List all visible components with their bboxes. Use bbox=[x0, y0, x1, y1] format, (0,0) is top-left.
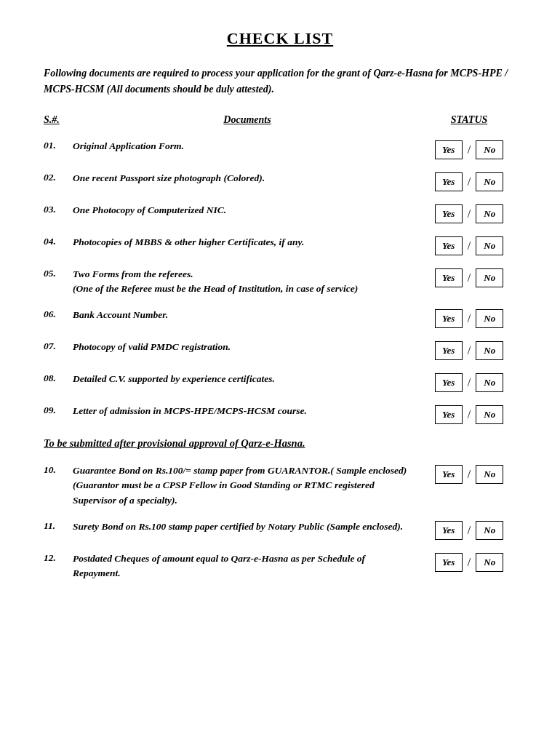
item-text: One recent Passport size photograph (Col… bbox=[73, 171, 422, 186]
checklist-item: 07. Photocopy of valid PMDC registration… bbox=[44, 340, 516, 360]
item-text: Original Application Form. bbox=[73, 139, 422, 154]
no-box[interactable]: No bbox=[476, 341, 503, 360]
item-number: 08. bbox=[44, 372, 73, 384]
checklist-item: 02. One recent Passport size photograph … bbox=[44, 171, 516, 191]
yes-box[interactable]: Yes bbox=[435, 172, 463, 191]
no-box[interactable]: No bbox=[476, 140, 503, 159]
item-text: Surety Bond on Rs.100 stamp paper certif… bbox=[73, 519, 422, 534]
intro-text: Following documents are required to proc… bbox=[44, 65, 516, 98]
yes-box[interactable]: Yes bbox=[435, 341, 463, 360]
item-status: Yes / No bbox=[422, 308, 516, 328]
col-doc-header: Documents bbox=[73, 114, 422, 126]
yes-box[interactable]: Yes bbox=[435, 405, 463, 424]
item-number: 04. bbox=[44, 235, 73, 247]
yes-box[interactable]: Yes bbox=[435, 553, 463, 572]
item-status: Yes / No bbox=[422, 235, 516, 255]
col-sno-header: S.#. bbox=[44, 114, 73, 126]
slash: / bbox=[465, 312, 473, 325]
item-text: Guarantee Bond on Rs.100/= stamp paper f… bbox=[73, 463, 422, 508]
yes-box[interactable]: Yes bbox=[435, 204, 463, 223]
item-status: Yes / No bbox=[422, 372, 516, 392]
item-text: Two Forms from the referees.(One of the … bbox=[73, 267, 422, 297]
yes-box[interactable]: Yes bbox=[435, 373, 463, 392]
slash: / bbox=[465, 175, 473, 188]
slash: / bbox=[465, 239, 473, 252]
item-status: Yes / No bbox=[422, 203, 516, 223]
checklist-item: 12. Postdated Cheques of amount equal to… bbox=[44, 551, 516, 581]
item-number: 07. bbox=[44, 340, 73, 352]
no-box[interactable]: No bbox=[476, 553, 503, 572]
checklist-item: 06. Bank Account Number. Yes / No bbox=[44, 308, 516, 328]
item-number: 09. bbox=[44, 404, 73, 416]
slash: / bbox=[465, 143, 473, 156]
item-status: Yes / No bbox=[422, 519, 516, 540]
item-text: One Photocopy of Computerized NIC. bbox=[73, 203, 422, 218]
slash: / bbox=[465, 271, 473, 284]
col-status-header: STATUS bbox=[422, 114, 516, 126]
yes-box[interactable]: Yes bbox=[435, 140, 463, 159]
item-status: Yes / No bbox=[422, 267, 516, 287]
slash: / bbox=[465, 468, 473, 481]
item-status: Yes / No bbox=[422, 340, 516, 360]
yes-box[interactable]: Yes bbox=[435, 465, 463, 484]
checklist-item: 09. Letter of admission in MCPS-HPE/MCPS… bbox=[44, 404, 516, 424]
item-status: Yes / No bbox=[422, 139, 516, 159]
no-box[interactable]: No bbox=[476, 268, 503, 287]
no-box[interactable]: No bbox=[476, 521, 503, 540]
no-box[interactable]: No bbox=[476, 405, 503, 424]
item-text: Postdated Cheques of amount equal to Qar… bbox=[73, 551, 422, 581]
slash: / bbox=[465, 408, 473, 421]
yes-box[interactable]: Yes bbox=[435, 236, 463, 255]
item-number: 06. bbox=[44, 308, 73, 320]
checklist-item: 10. Guarantee Bond on Rs.100/= stamp pap… bbox=[44, 463, 516, 508]
item-status: Yes / No bbox=[422, 463, 516, 484]
checklist-item: 11. Surety Bond on Rs.100 stamp paper ce… bbox=[44, 519, 516, 540]
no-box[interactable]: No bbox=[476, 373, 503, 392]
no-box[interactable]: No bbox=[476, 465, 503, 484]
checklist-item: 05. Two Forms from the referees.(One of … bbox=[44, 267, 516, 297]
no-box[interactable]: No bbox=[476, 204, 503, 223]
yes-box[interactable]: Yes bbox=[435, 309, 463, 328]
slash: / bbox=[465, 207, 473, 220]
item-text: Bank Account Number. bbox=[73, 308, 422, 322]
item-number: 02. bbox=[44, 171, 73, 183]
item-text: Photocopy of valid PMDC registration. bbox=[73, 340, 422, 354]
yes-box[interactable]: Yes bbox=[435, 268, 463, 287]
item-number: 10. bbox=[44, 463, 73, 476]
slash: / bbox=[465, 524, 473, 537]
item-number: 05. bbox=[44, 267, 73, 279]
checklist-item: 03. One Photocopy of Computerized NIC. Y… bbox=[44, 203, 516, 223]
no-box[interactable]: No bbox=[476, 172, 503, 191]
section-subtitle: To be submitted after provisional approv… bbox=[44, 436, 516, 452]
no-box[interactable]: No bbox=[476, 236, 503, 255]
slash: / bbox=[465, 376, 473, 389]
item-number: 03. bbox=[44, 203, 73, 215]
item-status: Yes / No bbox=[422, 171, 516, 191]
item-number: 12. bbox=[44, 551, 73, 564]
page-title: CHECK LIST bbox=[44, 29, 516, 48]
checklist-item: 04. Photocopies of MBBS & other higher C… bbox=[44, 235, 516, 255]
checklist-item: 01. Original Application Form. Yes / No bbox=[44, 139, 516, 159]
item-status: Yes / No bbox=[422, 404, 516, 424]
item-number: 11. bbox=[44, 519, 73, 532]
item-text: Letter of admission in MCPS-HPE/MCPS-HCS… bbox=[73, 404, 422, 418]
checklist-item: 08. Detailed C.V. supported by experienc… bbox=[44, 372, 516, 392]
slash: / bbox=[465, 344, 473, 357]
item-text: Photocopies of MBBS & other higher Certi… bbox=[73, 235, 422, 250]
slash: / bbox=[465, 556, 473, 569]
item-status: Yes / No bbox=[422, 551, 516, 572]
yes-box[interactable]: Yes bbox=[435, 521, 463, 540]
item-text: Detailed C.V. supported by experience ce… bbox=[73, 372, 422, 386]
no-box[interactable]: No bbox=[476, 309, 503, 328]
item-number: 01. bbox=[44, 139, 73, 151]
